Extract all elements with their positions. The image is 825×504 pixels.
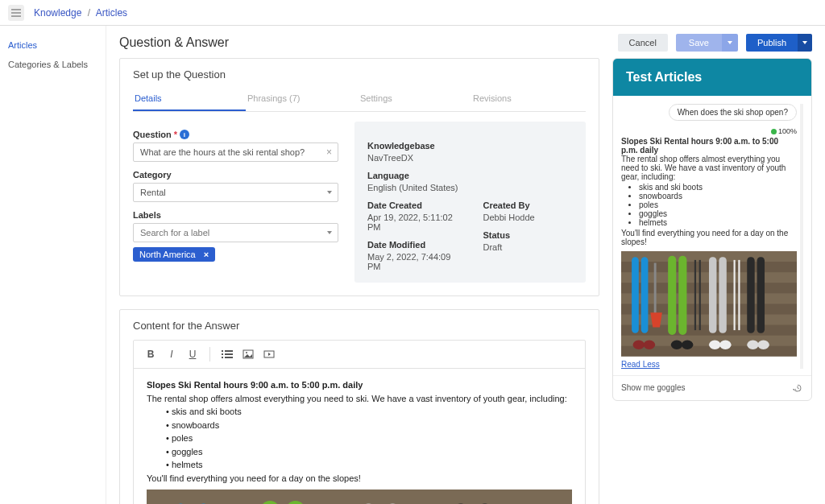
svg-point-69 bbox=[719, 340, 732, 349]
answer-section-title: Content for the Answer bbox=[133, 320, 586, 332]
tab-phrasings[interactable]: Phrasings (7) bbox=[246, 89, 359, 111]
svg-rect-52 bbox=[641, 257, 649, 333]
meta-modified-label: Date Modified bbox=[367, 240, 458, 250]
breadcrumb: Knowledge / Articles bbox=[34, 7, 127, 19]
svg-rect-2 bbox=[11, 15, 21, 16]
tab-revisions[interactable]: Revisions bbox=[471, 89, 584, 111]
meta-createdby-label: Created By bbox=[483, 200, 574, 210]
svg-point-64 bbox=[633, 340, 645, 349]
list-icon bbox=[222, 349, 233, 360]
svg-point-10 bbox=[246, 352, 247, 353]
bot-item: snowboards bbox=[639, 192, 797, 200]
italic-button[interactable]: I bbox=[163, 345, 180, 363]
breadcrumb-root[interactable]: Knowledge bbox=[34, 7, 81, 19]
svg-rect-3 bbox=[222, 350, 223, 352]
bold-button[interactable]: B bbox=[142, 345, 160, 363]
meta-created-label: Date Created bbox=[367, 200, 458, 210]
left-nav: Articles Categories & Labels bbox=[0, 26, 106, 504]
chip-text: North America bbox=[139, 250, 196, 259]
info-icon[interactable]: i bbox=[180, 130, 189, 139]
read-less-link[interactable]: Read Less bbox=[621, 360, 660, 369]
page-title: Question & Answer bbox=[119, 35, 229, 50]
label-chip-north-america[interactable]: North America × bbox=[133, 247, 215, 262]
svg-rect-56 bbox=[694, 260, 696, 330]
test-articles-panel: Test Articles When does the ski shop ope… bbox=[612, 58, 812, 401]
bot-image bbox=[621, 251, 797, 357]
test-panel-title: Test Articles bbox=[613, 59, 811, 96]
question-input[interactable] bbox=[133, 143, 338, 162]
answer-heading: Slopes Ski Rental hours 9:00 a.m. to 5:0… bbox=[147, 380, 363, 390]
svg-rect-57 bbox=[699, 260, 701, 330]
svg-point-66 bbox=[671, 340, 683, 349]
bot-outro: You'll find everything you need for a da… bbox=[621, 229, 788, 246]
publish-button[interactable]: Publish bbox=[746, 34, 798, 52]
svg-rect-0 bbox=[11, 9, 21, 10]
chat-input[interactable] bbox=[621, 383, 792, 392]
caret-down-icon bbox=[802, 41, 807, 44]
bot-heading: Slopes Ski Rental hours 9:00 a.m. to 5:0… bbox=[621, 137, 778, 155]
category-select[interactable] bbox=[133, 183, 338, 202]
metadata-panel: Knowledgebase NavTreeDX Language English… bbox=[354, 122, 586, 283]
svg-point-68 bbox=[709, 340, 721, 349]
svg-rect-1 bbox=[11, 12, 21, 13]
svg-point-71 bbox=[757, 340, 769, 349]
toolbar-separator bbox=[209, 347, 210, 361]
cancel-button[interactable]: Cancel bbox=[618, 34, 668, 52]
category-label: Category bbox=[133, 170, 338, 180]
caret-down-icon bbox=[728, 41, 732, 44]
bot-intro: The rental shop offers almost everything… bbox=[621, 155, 786, 181]
meta-createdby-value: Debbi Hodde bbox=[483, 213, 574, 222]
answer-image bbox=[147, 490, 572, 504]
history-icon[interactable] bbox=[792, 382, 803, 394]
chip-remove-icon[interactable]: × bbox=[204, 250, 209, 259]
svg-rect-63 bbox=[757, 257, 765, 333]
bot-response: Slopes Ski Rental hours 9:00 a.m. to 5:0… bbox=[621, 137, 797, 369]
publish-dropdown-caret[interactable] bbox=[798, 34, 812, 52]
svg-rect-59 bbox=[719, 257, 726, 333]
confidence-indicator: 100% bbox=[621, 127, 797, 135]
nav-item-categories-labels[interactable]: Categories & Labels bbox=[8, 55, 106, 74]
labels-search-input[interactable] bbox=[133, 223, 338, 242]
nav-item-articles[interactable]: Articles bbox=[8, 35, 106, 55]
image-icon bbox=[243, 349, 254, 360]
svg-point-65 bbox=[644, 340, 656, 349]
ski-gear-illustration bbox=[147, 490, 572, 504]
answer-outro: You'll find everything you need for a da… bbox=[147, 473, 361, 483]
svg-point-70 bbox=[747, 340, 759, 349]
answer-item: snowboards bbox=[166, 419, 572, 432]
underline-button[interactable]: U bbox=[184, 345, 201, 363]
svg-rect-4 bbox=[225, 350, 233, 352]
tab-settings[interactable]: Settings bbox=[359, 89, 471, 111]
svg-point-67 bbox=[682, 340, 694, 349]
labels-label: Labels bbox=[133, 210, 338, 220]
list-button[interactable] bbox=[218, 345, 236, 363]
breadcrumb-current[interactable]: Articles bbox=[96, 7, 127, 19]
meta-kb-value: NavTreeDX bbox=[367, 153, 573, 163]
answer-item: helmets bbox=[166, 458, 572, 472]
image-button[interactable] bbox=[239, 345, 257, 363]
setup-section-title: Set up the Question bbox=[133, 68, 586, 81]
svg-rect-55 bbox=[678, 256, 686, 335]
editor-toolbar: B I U bbox=[134, 341, 585, 369]
svg-rect-8 bbox=[225, 357, 233, 358]
meta-created-value: Apr 19, 2022, 5:11:02 PM bbox=[367, 213, 458, 232]
required-indicator: * bbox=[174, 130, 177, 139]
clear-question-icon[interactable]: × bbox=[326, 147, 332, 158]
meta-kb-label: Knowledgebase bbox=[367, 141, 573, 151]
meta-status-value: Draft bbox=[483, 242, 574, 252]
tab-details[interactable]: Details bbox=[133, 89, 246, 111]
save-dropdown-caret[interactable] bbox=[722, 34, 738, 52]
svg-rect-60 bbox=[734, 260, 736, 330]
hamburger-menu[interactable] bbox=[8, 5, 24, 21]
save-button[interactable]: Save bbox=[676, 34, 722, 52]
editor-content[interactable]: Slopes Ski Rental hours 9:00 a.m. to 5:0… bbox=[134, 369, 585, 504]
ski-gear-illustration bbox=[621, 251, 797, 357]
bot-item: goggles bbox=[639, 209, 797, 218]
meta-lang-value: English (United States) bbox=[367, 183, 573, 192]
svg-rect-53 bbox=[654, 263, 657, 316]
video-button[interactable] bbox=[260, 345, 278, 363]
meta-modified-value: May 2, 2022, 7:44:09 PM bbox=[367, 252, 458, 271]
svg-rect-51 bbox=[632, 257, 639, 333]
bot-item: skis and ski boots bbox=[639, 183, 797, 192]
bot-item: helmets bbox=[639, 218, 797, 227]
